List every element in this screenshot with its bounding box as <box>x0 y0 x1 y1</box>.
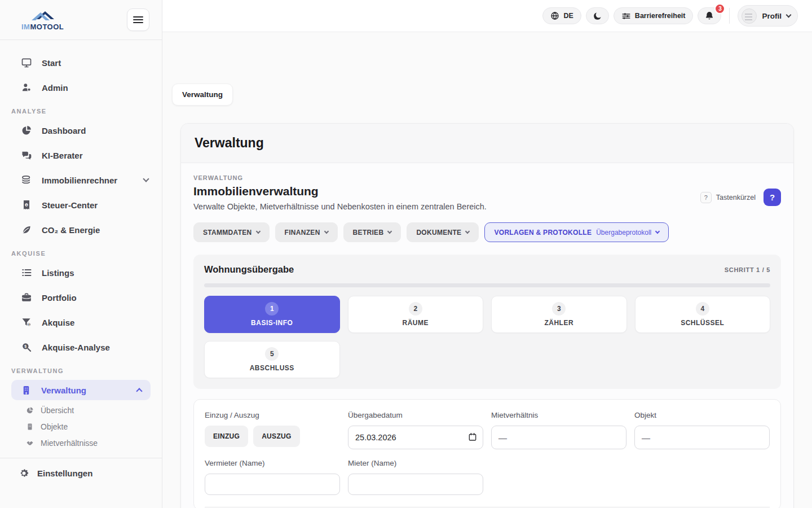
sidebar-item-label: Admin <box>42 83 68 93</box>
wizard-title: Wohnungsübergabe <box>204 264 294 275</box>
sidebar-item-akquise-analyse[interactable]: $ Akquise-Analyse <box>0 335 162 360</box>
chevron-down-icon <box>143 176 149 182</box>
briefcase-icon <box>21 292 32 303</box>
step-zaehler[interactable]: 3 ZÄHLER <box>491 296 627 333</box>
card-title: Verwaltung <box>195 135 780 151</box>
sidebar-item-label: KI-Berater <box>42 151 83 160</box>
tab-dokumente[interactable]: DOKUMENTE <box>407 222 479 242</box>
sidebar-item-akquise[interactable]: $ Akquise <box>0 310 162 335</box>
step-raeume[interactable]: 2 RÄUME <box>348 296 484 333</box>
subitem-objekte[interactable]: Objekte <box>26 422 162 431</box>
avatar <box>742 8 757 24</box>
sidebar-header: IMMOTOOL <box>0 0 162 40</box>
sidebar-item-start[interactable]: Start <box>0 50 162 75</box>
sidebar-item-listings[interactable]: Listings <box>0 260 162 285</box>
wizard-steps: 1 BASIS-INFO 2 RÄUME 3 ZÄHLER 4 SCHLÜSSE… <box>204 296 770 378</box>
subitem-uebersicht[interactable]: Übersicht <box>26 406 162 415</box>
step-number: 2 <box>409 302 422 316</box>
dark-mode-toggle[interactable] <box>586 7 609 24</box>
main-content: Verwaltung Verwaltung VERWALTUNG Immobil… <box>162 32 812 508</box>
auszug-button[interactable]: AUSZUG <box>253 426 299 447</box>
tenant-name-input[interactable] <box>348 474 483 495</box>
tenancy-select[interactable]: — <box>491 426 626 449</box>
tab-stammdaten[interactable]: STAMMDATEN <box>193 222 270 242</box>
handover-date-input[interactable] <box>348 426 483 449</box>
sidebar-item-ki-berater[interactable]: KI-Berater <box>0 143 162 168</box>
sidebar-item-label: Immobilienrechner <box>42 176 117 185</box>
sidebar-item-co2-energie[interactable]: CO₂ & Energie <box>0 217 162 242</box>
funnel-dollar-icon: $ <box>21 317 32 328</box>
chevron-down-icon <box>655 229 660 234</box>
page-title: Immobilienverwaltung <box>193 185 487 198</box>
accessibility-button[interactable]: Barrierefreiheit <box>614 7 694 24</box>
einzug-button[interactable]: EINZUG <box>205 426 248 447</box>
hamburger-menu-button[interactable] <box>127 8 149 31</box>
landlord-name-input[interactable] <box>205 474 340 495</box>
sidebar-item-label: Start <box>42 58 61 68</box>
bell-icon <box>704 11 714 21</box>
moon-icon <box>593 11 602 21</box>
tab-sub-label: Übergabeprotokoll <box>596 229 651 237</box>
object-label: Objekt <box>634 411 770 419</box>
chevron-down-icon <box>465 229 470 234</box>
pie-chart-icon <box>26 406 34 414</box>
sidebar-item-label: Listings <box>42 268 74 278</box>
chevron-down-icon <box>786 12 792 17</box>
tab-finanzen[interactable]: FINANZEN <box>275 222 338 242</box>
form-divider <box>205 507 770 507</box>
monitor-icon <box>21 57 32 68</box>
subitem-label: Mietverhältnisse <box>41 439 98 448</box>
svg-text:$: $ <box>28 323 30 326</box>
step-label: ABSCHLUSS <box>250 364 294 372</box>
handshake-icon <box>26 439 34 447</box>
section-eyebrow: VERWALTUNG <box>193 174 487 181</box>
sidebar-item-immobilienrechner[interactable]: Immobilienrechner <box>0 168 162 192</box>
sliders-icon <box>621 11 631 21</box>
tab-betrieb[interactable]: BETRIEB <box>343 222 401 242</box>
step-basis-info[interactable]: 1 BASIS-INFO <box>204 296 340 333</box>
chevron-up-icon <box>136 388 142 394</box>
sidebar-section-akquise: AKQUISE <box>0 242 162 260</box>
shortcut-key-icon: ? <box>700 192 712 203</box>
logo-wordmark: IMMOTOOL <box>21 23 64 31</box>
subitem-label: Objekte <box>41 422 68 431</box>
move-type-label: Einzug / Auszug <box>205 411 340 419</box>
shortcut-label: Tastenkürzel <box>716 194 756 202</box>
sidebar-item-label: Portfolio <box>42 293 77 303</box>
sidebar-item-label: Akquise <box>42 318 74 327</box>
verwaltung-submenu: Übersicht Objekte Mietverhältnisse <box>0 400 162 450</box>
help-button[interactable]: ? <box>764 189 781 206</box>
sidebar-item-dashboard[interactable]: Dashboard <box>0 118 162 143</box>
sidebar-item-steuer-center[interactable]: s Steuer-Center <box>0 192 162 217</box>
tax-document-icon: s <box>21 199 32 211</box>
chevron-down-icon <box>387 229 392 234</box>
step-abschluss[interactable]: 5 ABSCHLUSS <box>204 341 340 378</box>
profile-button[interactable]: Profil <box>738 5 798 27</box>
step-label: SCHLÜSSEL <box>681 319 724 327</box>
notification-badge: 3 <box>714 3 725 14</box>
handover-date-label: Übergabedatum <box>348 411 483 419</box>
object-select[interactable]: — <box>634 426 770 449</box>
sidebar-item-verwaltung[interactable]: Verwaltung <box>11 380 151 400</box>
language-button[interactable]: DE <box>542 7 581 24</box>
top-bar: DE Barrierefreiheit 3 Profil <box>162 0 812 32</box>
sidebar-item-admin[interactable]: Admin <box>0 75 162 100</box>
card-header: Verwaltung <box>181 124 793 163</box>
sidebar: IMMOTOOL Start Admin ANALYSE Dashboard K… <box>0 0 162 508</box>
sidebar-item-einstellungen[interactable]: Einstellungen <box>0 458 162 488</box>
page-subtitle: Verwalte Objekte, Mietverhältnisse und N… <box>193 202 487 211</box>
svg-text:$: $ <box>24 344 27 349</box>
landlord-label: Vermieter (Name) <box>205 459 340 467</box>
step-schluessel[interactable]: 4 SCHLÜSSEL <box>635 296 771 333</box>
sidebar-item-portfolio[interactable]: Portfolio <box>0 285 162 310</box>
wizard-panel: Wohnungsübergabe SCHRITT 1 / 5 1 BASIS-I… <box>193 255 781 389</box>
subitem-mietverhaeltnisse[interactable]: Mietverhältnisse <box>26 439 162 448</box>
sidebar-section-verwaltung: VERWALTUNG <box>0 360 162 378</box>
svg-text:s: s <box>25 203 27 207</box>
breadcrumb[interactable]: Verwaltung <box>172 84 233 106</box>
tenant-label: Mieter (Name) <box>348 459 483 467</box>
wizard-progress-bar <box>204 283 770 287</box>
pie-chart-icon <box>21 125 32 136</box>
immotool-logo[interactable]: IMMOTOOL <box>21 9 64 31</box>
tab-vorlagen-protokolle[interactable]: VORLAGEN & PROTOKOLLE Übergabeprotokoll <box>484 222 669 242</box>
